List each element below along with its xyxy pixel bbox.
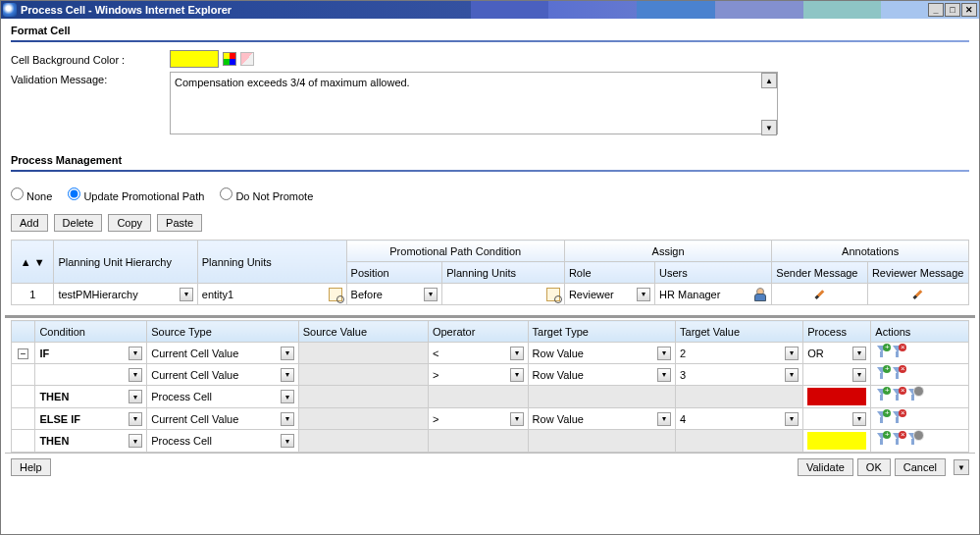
radio-do-not[interactable]: Do Not Promote	[220, 187, 313, 202]
source-value-cell[interactable]	[298, 364, 428, 386]
dropdown-icon[interactable]: ▾	[510, 412, 524, 426]
actions-cell: +×	[871, 430, 969, 453]
source-value-cell[interactable]	[298, 343, 428, 364]
dropdown-icon[interactable]: ▾	[129, 390, 142, 403]
add-condition-icon[interactable]: +	[875, 433, 889, 447]
delete-button[interactable]: Delete	[54, 214, 103, 232]
textarea-scroll-down[interactable]: ▼	[761, 120, 777, 135]
minimize-button[interactable]: _	[928, 3, 944, 17]
copy-button[interactable]: Copy	[108, 214, 151, 232]
lookup-icon[interactable]	[329, 288, 342, 301]
collapse-icon[interactable]: −	[18, 348, 28, 359]
color-picker-icon[interactable]	[223, 52, 236, 66]
rules-table: Condition Source Type Source Value Opera…	[11, 320, 969, 453]
remove-condition-icon[interactable]: ×	[891, 367, 904, 381]
edit-reviewer-icon[interactable]	[911, 287, 925, 300]
table-row[interactable]: −IF▾Current Cell Value▾<▾Row Value▾2▾OR▾…	[12, 343, 969, 364]
textarea-scroll-up[interactable]: ▲	[761, 73, 777, 88]
dropdown-icon[interactable]: ▾	[281, 434, 294, 448]
condition-value: ELSE IF	[39, 413, 80, 425]
close-button[interactable]: ✕	[961, 3, 977, 17]
source-type-value: Current Cell Value	[151, 369, 238, 381]
ie-icon	[3, 3, 17, 17]
clear-color-icon[interactable]	[240, 52, 254, 66]
actions-cell: +×	[871, 343, 969, 364]
dropdown-icon[interactable]: ▾	[637, 288, 650, 301]
dropdown-icon[interactable]: ▾	[281, 347, 294, 360]
dropdown-icon[interactable]: ▾	[129, 347, 142, 360]
validation-msg-label: Validation Message:	[11, 72, 170, 85]
position-cell: Before	[351, 289, 383, 300]
dropdown-icon[interactable]: ▾	[785, 347, 799, 360]
source-value-cell[interactable]	[298, 430, 428, 453]
table-row[interactable]: THEN▾Process Cell▾+×	[12, 386, 969, 408]
window-root: Process Cell - Windows Internet Explorer…	[0, 0, 980, 535]
dropdown-icon[interactable]: ▾	[510, 368, 524, 382]
add-condition-icon[interactable]: +	[875, 411, 889, 425]
format-cell-heading: Format Cell	[5, 19, 975, 36]
source-value-cell[interactable]	[298, 386, 428, 408]
table-row[interactable]: ▾Current Cell Value▾>▾Row Value▾3▾▾+×	[12, 364, 969, 386]
dropdown-icon[interactable]: ▾	[424, 288, 438, 301]
rules-area: Condition Source Type Source Value Opera…	[5, 315, 975, 453]
table-row[interactable]: ELSE IF▾Current Cell Value▾>▾Row Value▾4…	[12, 408, 969, 430]
remove-condition-icon[interactable]: ×	[891, 389, 904, 402]
dropdown-icon[interactable]: ▾	[852, 412, 866, 426]
ok-button[interactable]: OK	[857, 458, 891, 476]
edit-sender-icon[interactable]	[813, 287, 827, 300]
dropdown-icon[interactable]: ▾	[657, 412, 671, 426]
dropdown-icon[interactable]: ▾	[510, 347, 524, 360]
lookup-icon[interactable]	[546, 288, 560, 301]
col-role: Role	[564, 262, 654, 284]
bg-color-swatch[interactable]	[170, 50, 219, 68]
dropdown-icon[interactable]: ▾	[281, 390, 294, 403]
maximize-button[interactable]: □	[945, 3, 960, 17]
dropdown-icon[interactable]: ▾	[129, 434, 142, 448]
radio-update[interactable]: Update Promotional Path	[68, 187, 204, 202]
dropdown-icon[interactable]: ▾	[180, 288, 193, 301]
actions-cell: +×	[871, 386, 969, 408]
settings-icon[interactable]	[906, 433, 920, 447]
dropdown-icon[interactable]: ▾	[785, 412, 799, 426]
remove-condition-icon[interactable]: ×	[891, 346, 904, 359]
add-condition-icon[interactable]: +	[875, 389, 889, 402]
dropdown-icon[interactable]: ▾	[281, 412, 294, 426]
user-lookup-icon[interactable]	[753, 288, 767, 301]
reorder-header[interactable]: ▲ ▼	[12, 241, 54, 284]
remove-condition-icon[interactable]: ×	[891, 411, 904, 425]
target-value: 3	[680, 369, 686, 381]
scroll-down-icon[interactable]: ▼	[954, 459, 969, 475]
dropdown-icon[interactable]: ▾	[852, 368, 866, 382]
titlebar: Process Cell - Windows Internet Explorer…	[1, 1, 979, 19]
dropdown-icon[interactable]: ▾	[281, 368, 294, 382]
remove-condition-icon[interactable]: ×	[891, 433, 904, 447]
source-value-cell[interactable]	[298, 408, 428, 430]
settings-icon[interactable]	[906, 389, 920, 402]
col-group-assign: Assign	[564, 241, 771, 262]
source-type-value: Current Cell Value	[151, 413, 238, 425]
dropdown-icon[interactable]: ▾	[657, 347, 671, 360]
table-row[interactable]: 1 testPMHierarchy▾ entity1 Before▾ Revie…	[12, 284, 969, 305]
promotional-path-table: ▲ ▼ Planning Unit Hierarchy Planning Uni…	[11, 240, 969, 305]
source-type-value: Process Cell	[151, 435, 212, 447]
validate-button[interactable]: Validate	[798, 458, 853, 476]
cancel-button[interactable]: Cancel	[895, 458, 946, 476]
dropdown-icon[interactable]: ▾	[129, 368, 142, 382]
help-button[interactable]: Help	[11, 458, 51, 476]
table-row[interactable]: THEN▾Process Cell▾+×	[12, 430, 969, 453]
col-src-val: Source Value	[298, 321, 428, 343]
col-tgt-type: Target Type	[528, 321, 675, 343]
dropdown-icon[interactable]: ▾	[129, 412, 142, 426]
add-condition-icon[interactable]: +	[875, 367, 889, 381]
dropdown-icon[interactable]: ▾	[657, 368, 671, 382]
process-color-swatch[interactable]	[807, 432, 866, 450]
radio-none[interactable]: None	[11, 187, 52, 202]
dropdown-icon[interactable]: ▾	[852, 347, 866, 360]
dropdown-icon[interactable]: ▾	[785, 368, 799, 382]
add-button[interactable]: Add	[11, 214, 48, 232]
validation-message-textarea[interactable]	[170, 72, 778, 134]
add-condition-icon[interactable]: +	[875, 346, 889, 359]
promotion-radio-group: None Update Promotional Path Do Not Prom…	[5, 180, 975, 210]
paste-button[interactable]: Paste	[157, 214, 202, 232]
process-color-swatch[interactable]	[807, 388, 866, 405]
